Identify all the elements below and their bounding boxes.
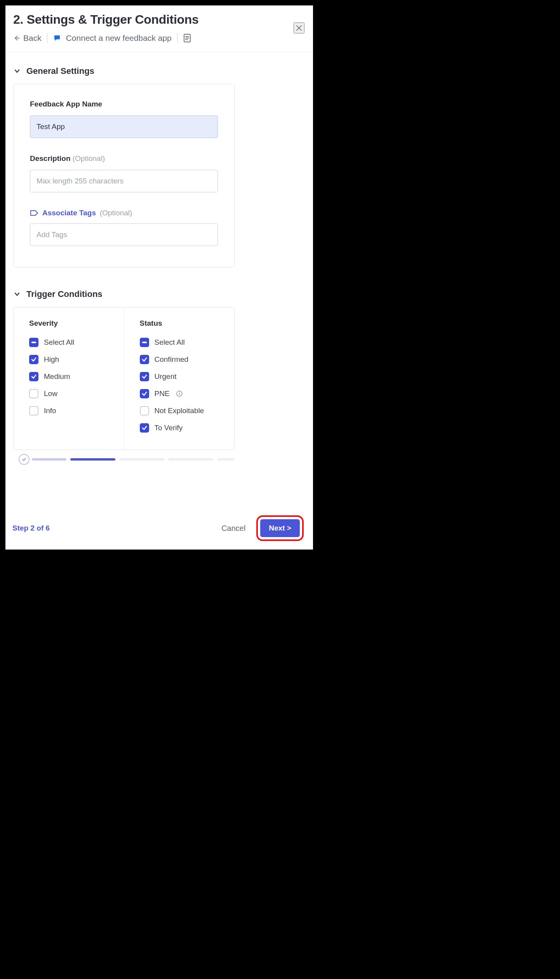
- svg-point-4: [179, 392, 179, 393]
- severity-item-label: Low: [44, 389, 57, 398]
- chevron-down-icon: [13, 290, 21, 298]
- severity-checkbox-low[interactable]: [29, 389, 38, 398]
- status-item-label: PNE: [155, 389, 170, 398]
- severity-select-all-checkbox[interactable]: [29, 338, 38, 347]
- document-icon[interactable]: [183, 33, 191, 43]
- tags-input[interactable]: [30, 223, 218, 246]
- trigger-conditions-card: Severity Select All High: [13, 307, 235, 450]
- status-select-all-checkbox[interactable]: [140, 338, 149, 347]
- severity-item-label: Info: [44, 407, 56, 415]
- status-column: Status Select All Confirmed: [124, 307, 235, 450]
- associate-tags-label: Associate Tags: [42, 209, 96, 217]
- severity-select-all-label: Select All: [44, 338, 74, 347]
- svg-rect-2: [142, 342, 147, 343]
- progress-segment: [119, 458, 164, 461]
- progress-segment: [32, 458, 66, 461]
- back-button[interactable]: Back: [13, 33, 42, 43]
- status-item-label: Not Exploitable: [155, 407, 204, 415]
- general-settings-card: Feedback App Name Description (Optional)…: [13, 84, 235, 267]
- connect-label: Connect a new feedback app: [66, 33, 172, 43]
- step-indicator: Step 2 of 6: [12, 524, 50, 532]
- status-title: Status: [140, 319, 222, 328]
- associate-tags-link[interactable]: Associate Tags (Optional): [30, 209, 218, 217]
- status-checkbox-confirmed[interactable]: [140, 355, 149, 364]
- svg-rect-1: [31, 342, 36, 343]
- progress-segment: [70, 458, 115, 461]
- severity-item-label: High: [44, 355, 59, 364]
- next-button-highlight: Next >: [256, 515, 304, 541]
- severity-checkbox-medium[interactable]: [29, 372, 38, 381]
- next-button[interactable]: Next >: [260, 519, 300, 537]
- status-checkbox-to-verify[interactable]: [140, 423, 149, 433]
- page-title: 2. Settings & Trigger Conditions: [13, 12, 305, 27]
- section-title-trigger: Trigger Conditions: [26, 289, 103, 299]
- arrow-left-icon: [13, 35, 20, 42]
- close-icon: [295, 24, 303, 32]
- status-item-label: To Verify: [155, 424, 183, 432]
- section-toggle-general[interactable]: General Settings: [13, 66, 305, 76]
- app-name-label: Feedback App Name: [30, 100, 218, 108]
- severity-title: Severity: [29, 319, 111, 328]
- section-title-general: General Settings: [26, 66, 94, 76]
- severity-checkbox-info[interactable]: [29, 406, 38, 415]
- cancel-button[interactable]: Cancel: [221, 524, 245, 533]
- status-item-label: Urgent: [155, 372, 177, 381]
- close-button[interactable]: [294, 23, 304, 33]
- description-optional: (Optional): [73, 154, 105, 162]
- section-toggle-trigger[interactable]: Trigger Conditions: [13, 289, 305, 299]
- progress-segment: [217, 458, 235, 461]
- severity-column: Severity Select All High: [14, 307, 124, 450]
- feedback-app-icon: [53, 33, 62, 43]
- info-icon[interactable]: [176, 390, 183, 397]
- tag-icon: [30, 209, 38, 217]
- status-item-label: Confirmed: [155, 355, 189, 364]
- progress-step-completed-icon: [19, 454, 30, 465]
- status-checkbox-not-exploitable[interactable]: [140, 406, 149, 415]
- status-select-all-label: Select All: [155, 338, 185, 347]
- back-label: Back: [23, 33, 42, 43]
- severity-item-label: Medium: [44, 372, 70, 381]
- status-checkbox-pne[interactable]: [140, 389, 149, 398]
- divider: [177, 33, 177, 43]
- svg-rect-5: [179, 393, 180, 395]
- progress-segment: [168, 458, 213, 461]
- app-name-input[interactable]: [30, 115, 218, 138]
- description-input[interactable]: [30, 170, 218, 192]
- severity-checkbox-high[interactable]: [29, 355, 38, 364]
- description-label: Description: [30, 154, 71, 162]
- associate-tags-optional: (Optional): [100, 209, 132, 217]
- progress-bar: [13, 454, 235, 465]
- status-checkbox-urgent[interactable]: [140, 372, 149, 381]
- divider: [47, 33, 47, 43]
- chevron-down-icon: [13, 67, 21, 75]
- connect-feedback-app[interactable]: Connect a new feedback app: [53, 33, 172, 43]
